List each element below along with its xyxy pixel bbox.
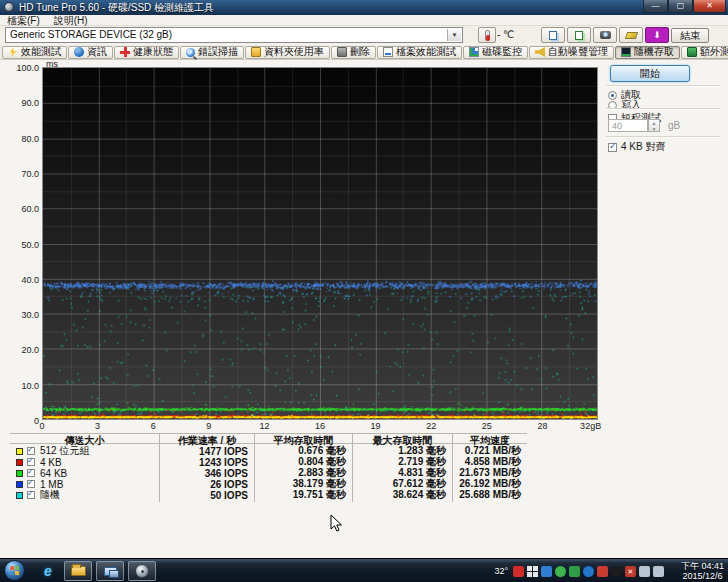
separator <box>606 85 720 87</box>
maximize-button[interactable]: ▢ <box>668 0 693 13</box>
temperature-button[interactable] <box>478 27 496 43</box>
x-tick: 3 <box>95 421 100 431</box>
app-icon <box>4 2 14 12</box>
taskbar: e 32°✕ 下午 04:41 2015/12/6 <box>0 558 728 582</box>
tray-temperature: 32° <box>494 566 508 576</box>
table-header-row: 傳送大小作業速率 / 秒平均存取時間最大存取時間平均速度 <box>10 434 527 444</box>
antivirus-icon[interactable] <box>513 566 524 577</box>
aam-icon <box>535 47 545 57</box>
screenshot-button[interactable] <box>593 27 617 43</box>
tab-label: 資料夾使用率 <box>264 45 324 59</box>
series-checkbox[interactable] <box>27 469 35 477</box>
clock-time: 下午 04:41 <box>681 561 724 571</box>
input-indicator-icon[interactable] <box>611 566 622 577</box>
start-button[interactable]: 開始 <box>610 65 690 82</box>
hdtune-tray-icon[interactable] <box>583 566 594 577</box>
minimize-button[interactable]: — <box>643 0 668 13</box>
tab-label: 刪除 <box>350 45 370 59</box>
copy-text-button[interactable] <box>541 27 565 43</box>
mute-icon[interactable] <box>597 566 608 577</box>
taskbar-clock[interactable]: 下午 04:41 2015/12/6 <box>681 561 724 581</box>
tab-label: 效能測試 <box>21 45 61 59</box>
volume-tray-icon[interactable] <box>653 566 664 577</box>
mouse-cursor <box>330 514 343 533</box>
taskbar-network-places[interactable] <box>96 561 124 581</box>
series-checkbox[interactable] <box>27 491 35 499</box>
series-color-swatch <box>16 470 23 477</box>
copy-image-button[interactable] <box>567 27 591 43</box>
network-tray-icon[interactable] <box>639 566 650 577</box>
tab-bar: 效能測試資訊健康狀態錯誤掃描資料夾使用率刪除檔案效能測試磁碟監控自動噪聲管理隨機… <box>0 45 728 60</box>
size-spinner[interactable]: ▲▼ <box>648 119 660 132</box>
y-tick: 10.0 <box>12 381 39 391</box>
save-button[interactable] <box>619 27 643 43</box>
series-color-swatch <box>16 481 23 488</box>
erase-icon <box>337 47 347 57</box>
folder-usage-icon <box>251 47 261 57</box>
series-checkbox[interactable] <box>27 480 35 488</box>
tab-aam[interactable]: 自動噪聲管理 <box>529 46 614 59</box>
tab-erase[interactable]: 刪除 <box>331 46 376 59</box>
y-tick: 20.0 <box>12 345 39 355</box>
menu-item-0[interactable]: 檔案(F) <box>0 15 47 26</box>
tab-extra-tests[interactable]: 額外測試 <box>681 46 728 59</box>
clock-date: 2015/12/6 <box>681 571 724 581</box>
separator <box>606 136 720 138</box>
close-button[interactable]: ✕ <box>693 0 726 13</box>
y-tick: 30.0 <box>12 310 39 320</box>
exit-button[interactable]: 結束 <box>671 28 709 43</box>
camera-icon <box>600 31 611 39</box>
action-center-flag-icon[interactable]: ✕ <box>625 566 636 577</box>
align-4kb-checkbox[interactable] <box>608 143 617 152</box>
y-tick: 0 <box>12 416 39 426</box>
menu-item-1[interactable]: 說明(H) <box>47 15 95 26</box>
tab-label: 隨機存取 <box>634 45 674 59</box>
x-tick: 32gB <box>580 421 601 431</box>
tab-error-scan[interactable]: 錯誤掃描 <box>180 46 244 59</box>
app-grid-icon[interactable] <box>527 566 538 577</box>
x-tick: 25 <box>482 421 492 431</box>
disk-monitor-icon <box>469 47 479 57</box>
extra-tests-icon <box>687 47 697 57</box>
tab-benchmark[interactable]: 效能測試 <box>2 46 67 59</box>
series-color-swatch <box>16 448 23 455</box>
test-size-input[interactable] <box>608 119 648 132</box>
random-access-chart <box>42 67 598 420</box>
x-tick: 22 <box>426 421 436 431</box>
series-checkbox[interactable] <box>27 458 35 466</box>
capture-button[interactable]: ⬇ <box>645 27 669 43</box>
tab-info[interactable]: 資訊 <box>68 46 113 59</box>
tab-disk-monitor[interactable]: 磁碟監控 <box>463 46 528 59</box>
taskbar-hdtune-app[interactable] <box>128 561 156 581</box>
size-unit-label: gB <box>668 120 680 131</box>
chat-app-icon[interactable] <box>541 566 552 577</box>
align-row[interactable]: 4 KB 對齊 <box>608 140 665 154</box>
table-row: 4 KB1243 IOPS0.804 毫秒2.719 毫秒4.858 MB/秒 <box>10 455 527 466</box>
x-tick: 28 <box>537 421 547 431</box>
file-benchmark-icon <box>383 47 393 57</box>
tab-health[interactable]: 健康狀態 <box>114 46 179 59</box>
tab-label: 檔案效能測試 <box>396 45 456 59</box>
error-scan-icon <box>186 48 195 57</box>
messenger-icon[interactable] <box>569 566 580 577</box>
device-select[interactable]: Generic STORAGE DEVICE (32 gB) ▼ <box>5 27 463 43</box>
series-checkbox[interactable] <box>27 447 35 455</box>
benchmark-icon <box>8 47 18 57</box>
table-row: 隨機50 IOPS19.751 毫秒38.624 毫秒25.688 MB/秒 <box>10 488 527 499</box>
y-tick: 40.0 <box>12 275 39 285</box>
tab-folder-usage[interactable]: 資料夾使用率 <box>245 46 330 59</box>
tab-random-access[interactable]: 隨機存取 <box>615 46 680 59</box>
sync-green-icon[interactable] <box>555 566 566 577</box>
tab-label: 健康狀態 <box>133 45 173 59</box>
desktop: { "window": { "title": "HD Tune Pro 5.60… <box>0 0 728 582</box>
start-button-orb[interactable] <box>4 560 25 581</box>
tab-file-benchmark[interactable]: 檔案效能測試 <box>377 46 462 59</box>
taskbar-ie[interactable]: e <box>34 561 62 581</box>
taskbar-explorer[interactable] <box>64 561 92 581</box>
y-tick: 100.0 <box>12 63 39 73</box>
windows-logo-icon <box>10 566 19 576</box>
copy-text-icon <box>549 31 557 40</box>
explorer-icon <box>71 566 86 576</box>
y-tick: 90.0 <box>12 98 39 108</box>
chevron-down-icon[interactable]: ▼ <box>447 29 461 41</box>
